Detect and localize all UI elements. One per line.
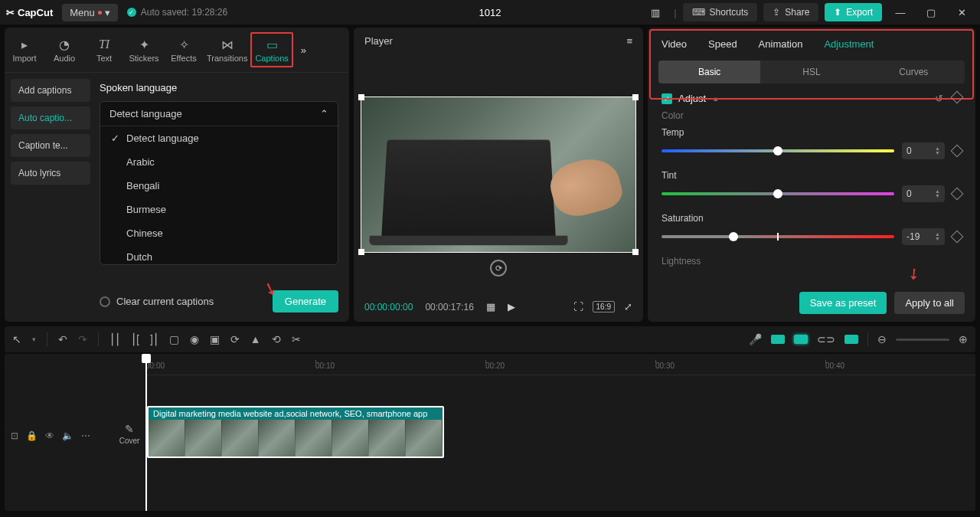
tint-value[interactable]: 0▲▼ <box>902 185 945 202</box>
side-add-captions[interactable]: Add captions <box>11 79 90 102</box>
tab-stickers[interactable]: ✦Stickers <box>124 34 164 66</box>
mic-icon[interactable]: 🎤 <box>749 333 762 345</box>
zoom-slider[interactable] <box>896 339 949 341</box>
time-ruler[interactable]: 00:00 00:10 00:20 00:30 00:40 <box>145 357 975 375</box>
crop-icon[interactable]: ⛶ <box>573 301 583 312</box>
keyframe-icon[interactable] <box>951 91 964 104</box>
temp-thumb[interactable] <box>773 146 782 155</box>
spinner-icon[interactable]: ▲▼ <box>935 189 940 198</box>
player-menu-icon[interactable]: ≡ <box>626 35 632 47</box>
crop-tool[interactable]: ✂ <box>292 333 301 345</box>
spinner-icon[interactable]: ▲▼ <box>935 232 940 241</box>
cover-label: Cover <box>119 437 140 445</box>
marker-tool[interactable]: ◉ <box>190 333 199 345</box>
tab-video[interactable]: Video <box>662 38 687 50</box>
tab-audio[interactable]: ◔Audio <box>44 34 84 66</box>
spinner-icon[interactable]: ▲▼ <box>935 146 940 155</box>
refresh-tool[interactable]: ⟳ <box>230 333 240 345</box>
undo-button[interactable]: ↶ <box>58 333 67 345</box>
tab-speed[interactable]: Speed <box>708 38 737 50</box>
export-button[interactable]: ⬆Export <box>825 3 882 21</box>
tab-transitions[interactable]: ⋈Transitions <box>204 34 250 66</box>
clear-captions[interactable]: Clear current captions <box>100 296 214 307</box>
subtab-hsl[interactable]: HSL <box>760 61 862 83</box>
lang-option[interactable]: Chinese <box>100 221 338 245</box>
generate-button[interactable]: Generate <box>273 290 338 312</box>
redo-button[interactable]: ↷ <box>78 333 87 345</box>
tint-slider[interactable] <box>662 192 894 195</box>
tab-captions[interactable]: ▭Captions <box>250 32 292 67</box>
check-icon: ✓ <box>127 8 136 17</box>
reset-icon[interactable]: ↺ <box>935 93 943 104</box>
lang-option[interactable]: Detect language <box>100 126 338 150</box>
adjust-checkbox[interactable]: ✓ <box>662 93 672 104</box>
temp-value[interactable]: 0▲▼ <box>902 142 945 159</box>
saturation-slider[interactable] <box>662 235 894 238</box>
lang-option[interactable]: Burmese <box>100 198 338 221</box>
pointer-tool[interactable]: ↖ <box>12 333 21 345</box>
tab-adjustment[interactable]: Adjustment <box>824 38 874 50</box>
layout-icon[interactable]: ▥ <box>643 2 668 23</box>
delete-tool[interactable]: ▢ <box>169 333 179 345</box>
video-preview[interactable]: ⟳ <box>361 97 636 253</box>
saturation-keyframe[interactable] <box>951 231 964 244</box>
toggle-3[interactable] <box>844 335 858 344</box>
split-tool[interactable]: ⎮⎮ <box>109 333 120 345</box>
maximize-button[interactable]: ▢ <box>919 2 943 23</box>
zoom-out[interactable]: ⊖ <box>877 333 887 345</box>
frame-view-icon[interactable]: ▦ <box>486 301 495 312</box>
trim-right-tool[interactable]: ]⎮ <box>150 333 158 345</box>
video-wrap: ⟳ <box>354 54 643 295</box>
more-icon[interactable]: ⋯ <box>81 430 90 441</box>
tab-text[interactable]: TIText <box>84 34 124 66</box>
expand-icon[interactable]: ⊡ <box>11 430 18 441</box>
temp-keyframe[interactable] <box>951 145 964 158</box>
lang-option[interactable]: Dutch <box>100 245 338 264</box>
more-tabs[interactable]: » <box>293 44 314 56</box>
tint-thumb[interactable] <box>773 189 782 198</box>
saturation-value[interactable]: -19▲▼ <box>902 228 945 245</box>
close-button[interactable]: ✕ <box>949 2 974 23</box>
aspect-ratio[interactable]: 16:9 <box>593 301 615 312</box>
rotate-tool[interactable]: ⟲ <box>272 333 281 345</box>
share-button[interactable]: ⇪Share <box>763 3 818 21</box>
play-button[interactable]: ▶ <box>508 301 515 312</box>
side-caption-template[interactable]: Caption te... <box>11 134 90 157</box>
link-icon[interactable]: ⊂⊃ <box>817 333 835 345</box>
eye-icon[interactable]: 👁 <box>45 430 54 441</box>
group-tool[interactable]: ▣ <box>210 333 220 345</box>
mute-icon[interactable]: 🔈 <box>62 430 74 441</box>
lang-option[interactable]: Arabic <box>100 150 338 174</box>
save-preset-button[interactable]: Save as preset <box>799 292 887 314</box>
tab-effects[interactable]: ✧Effects <box>164 34 204 66</box>
tab-animation[interactable]: Animation <box>759 38 803 50</box>
subtab-curves[interactable]: Curves <box>863 61 965 83</box>
lang-option[interactable]: Bengali <box>100 174 338 198</box>
tab-import[interactable]: ▸Import <box>5 34 44 66</box>
shortcuts-button[interactable]: ⌨Shortcuts <box>683 3 758 21</box>
clear-checkbox[interactable] <box>100 296 110 307</box>
trim-left-tool[interactable]: ⎮[ <box>131 333 139 345</box>
fullscreen-icon[interactable]: ⤢ <box>624 301 632 312</box>
side-auto-lyrics[interactable]: Auto lyrics <box>11 162 90 185</box>
sync-icon[interactable]: ⟳ <box>490 260 507 276</box>
captions-icon: ▭ <box>266 37 278 52</box>
playhead[interactable] <box>145 354 147 511</box>
mirror-tool[interactable]: ▲ <box>250 333 261 345</box>
cover-button[interactable]: ✎ Cover <box>116 423 142 445</box>
side-auto-captions[interactable]: Auto captio... <box>11 106 90 129</box>
video-clip[interactable]: Digital marketing media website ad,socia… <box>147 406 444 458</box>
lock-icon[interactable]: 🔒 <box>26 430 38 441</box>
minimize-button[interactable]: ― <box>888 2 913 23</box>
saturation-thumb[interactable] <box>729 232 738 241</box>
menu-button[interactable]: Menu ▾ <box>62 4 118 21</box>
temp-slider[interactable] <box>662 149 894 152</box>
tint-keyframe[interactable] <box>951 188 964 201</box>
subtab-basic[interactable]: Basic <box>658 61 760 83</box>
collapse-icon[interactable]: ▲ <box>712 95 719 103</box>
apply-all-button[interactable]: Apply to all <box>894 292 965 314</box>
dropdown-head[interactable]: Detect language ⌃ <box>100 102 338 126</box>
toggle-2[interactable] <box>794 335 808 344</box>
zoom-in[interactable]: ⊕ <box>959 333 968 345</box>
toggle-1[interactable] <box>771 335 785 344</box>
